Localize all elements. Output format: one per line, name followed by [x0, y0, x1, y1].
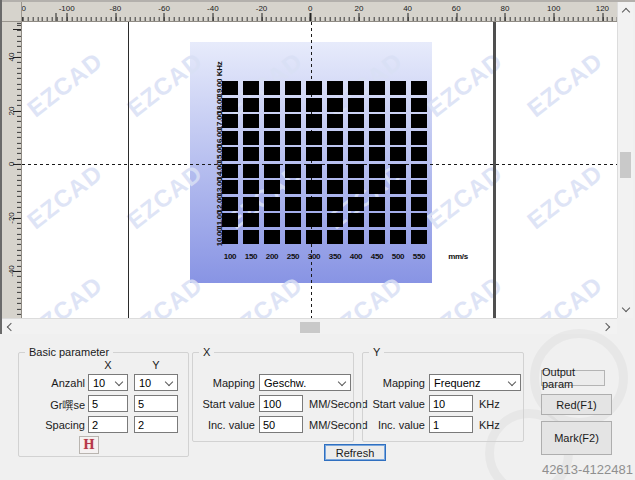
- grid-square: [243, 81, 259, 95]
- ruler-major-ticks: [22, 13, 617, 21]
- anzahl-y-value: 10: [139, 377, 151, 389]
- y-inc-unit: KHz: [479, 419, 500, 431]
- grid-square: [411, 131, 427, 145]
- drawing-canvas[interactable]: EZCADEZCADEZCADEZCADEZCADEZCADEZCADEZCAD…: [22, 22, 617, 318]
- grid-square: [369, 164, 385, 178]
- x-start-input[interactable]: [259, 395, 303, 412]
- grid-square: [222, 131, 238, 145]
- ezcad-watermark: EZCAD: [122, 271, 208, 318]
- grid-square: [306, 147, 322, 161]
- x-inc-input[interactable]: [259, 416, 303, 433]
- grid-square: [264, 131, 280, 145]
- ruler-label: 20: [7, 106, 16, 115]
- scroll-left-icon[interactable]: [7, 323, 15, 331]
- grid-square: [369, 230, 385, 244]
- grid-col-label: 500: [392, 252, 404, 261]
- grid-col-label: 300: [308, 252, 320, 261]
- grid-square: [348, 213, 364, 227]
- grid-square: [327, 213, 343, 227]
- grid-square: [285, 98, 301, 112]
- x-mapping-select[interactable]: Geschw.: [259, 374, 351, 391]
- y-inc-input[interactable]: [429, 416, 473, 433]
- grid-square: [390, 147, 406, 161]
- grid-square: [348, 230, 364, 244]
- column-header-y: Y: [118, 359, 194, 371]
- grid-square: [306, 81, 322, 95]
- ruler-label: 0: [7, 162, 16, 166]
- scroll-down-icon[interactable]: [622, 304, 630, 312]
- grid-col-label: 250: [287, 252, 299, 261]
- grid-axis-unit-khz: KHz: [215, 62, 224, 77]
- vertical-scroll-thumb[interactable]: [620, 152, 631, 178]
- grid-square: [390, 131, 406, 145]
- ruler-label: 60: [452, 4, 461, 13]
- spacing-y-input[interactable]: [134, 416, 178, 433]
- x-inc-label: Inc. value: [182, 419, 255, 431]
- grid-square: [222, 213, 238, 227]
- grid-square: [411, 164, 427, 178]
- grid-axis-unit-mms: mm/s: [448, 252, 468, 261]
- grid-square: [264, 147, 280, 161]
- grid-square: [222, 81, 238, 95]
- spacing-x-input[interactable]: [88, 416, 128, 433]
- grid-square: [264, 114, 280, 128]
- size-y-input[interactable]: [134, 395, 178, 412]
- ruler-horizontal: -120-100-80-60-40-20020406080100120: [22, 2, 617, 22]
- grid-square: [348, 114, 364, 128]
- grid-square: [222, 114, 238, 128]
- x-mapping-label: Mapping: [192, 377, 255, 389]
- anzahl-x-select[interactable]: 10: [88, 374, 128, 391]
- red-f1-button[interactable]: Red(F1): [541, 394, 612, 415]
- grid-square: [327, 197, 343, 211]
- chevron-down-icon: [508, 378, 516, 386]
- horizontal-scrollbar[interactable]: [2, 318, 617, 334]
- grid-col-label: 550: [413, 252, 425, 261]
- grid-square: [369, 81, 385, 95]
- grid-square: [411, 213, 427, 227]
- grid-square: [411, 230, 427, 244]
- grid-square: [243, 180, 259, 194]
- grid-col-label: 350: [329, 252, 341, 261]
- ruler-label: 100: [547, 4, 560, 13]
- grid-square: [243, 213, 259, 227]
- y-start-input[interactable]: [429, 395, 473, 412]
- grid-square: [327, 230, 343, 244]
- size-label: Gr噀se: [20, 398, 85, 413]
- size-x-input[interactable]: [88, 395, 128, 412]
- ruler-label: 40: [403, 4, 412, 13]
- grid-square: [285, 180, 301, 194]
- y-mapping-value: Frequenz: [434, 377, 480, 389]
- grid-square: [285, 197, 301, 211]
- grid-square: [327, 164, 343, 178]
- grid-square: [306, 131, 322, 145]
- parameter-panel: Basic parameter X Y Anzahl 10 10 Gr噀se S…: [0, 334, 635, 480]
- anzahl-x-value: 10: [93, 377, 105, 389]
- grid-square: [390, 230, 406, 244]
- y-mapping-label: Mapping: [362, 377, 425, 389]
- vertical-scrollbar[interactable]: [617, 2, 633, 318]
- grid-square: [348, 197, 364, 211]
- output-param-button[interactable]: Output param: [541, 370, 605, 386]
- ruler-corner: [2, 2, 22, 22]
- grid-square: [369, 147, 385, 161]
- grid-square: [411, 98, 427, 112]
- ruler-label: 80: [501, 4, 510, 13]
- grid-square: [264, 180, 280, 194]
- grid-square: [264, 230, 280, 244]
- horizontal-scroll-thumb[interactable]: [300, 322, 320, 333]
- group-title: X: [199, 346, 214, 358]
- mark-f2-button[interactable]: Mark(F2): [541, 421, 612, 455]
- anzahl-y-select[interactable]: 10: [134, 374, 178, 391]
- grid-square: [327, 131, 343, 145]
- refresh-button[interactable]: Refresh: [324, 444, 386, 461]
- grid-square: [285, 147, 301, 161]
- scroll-up-icon[interactable]: [622, 8, 630, 16]
- grid-col-label: 200: [266, 252, 278, 261]
- grid-square: [390, 98, 406, 112]
- grid-square: [369, 197, 385, 211]
- y-mapping-select[interactable]: Frequenz: [429, 374, 521, 391]
- grid-square: [348, 131, 364, 145]
- x-start-label: Start value: [182, 398, 255, 410]
- scroll-right-icon[interactable]: [602, 323, 610, 331]
- hatch-button[interactable]: H: [79, 436, 99, 454]
